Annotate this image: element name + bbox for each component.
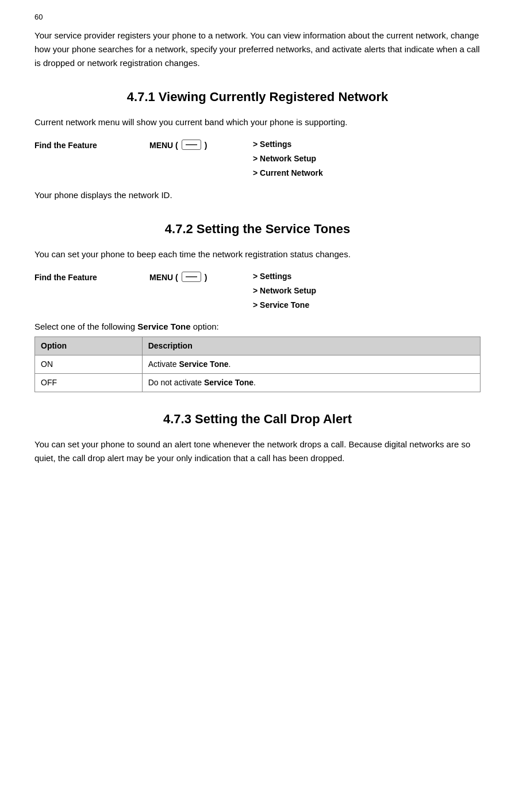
table-cell-on-option: ON <box>35 355 143 374</box>
section-472-feature: Find the Feature MENU ( ) > Settings > N… <box>34 270 481 311</box>
settings-item-471-1: > Network Setup <box>253 153 481 165</box>
off-desc-bold: Service Tone <box>204 378 253 387</box>
section-472-heading: 4.7.2 Setting the Service Tones <box>34 219 481 238</box>
settings-item-472-0: > Settings <box>253 270 481 283</box>
section-473: 4.7.3 Setting the Call Drop Alert You ca… <box>34 409 481 465</box>
service-tone-table: Option Description ON Activate Service T… <box>34 337 481 392</box>
feature-label-471: Find the Feature <box>34 138 149 179</box>
settings-col-472: > Settings > Network Setup > Service Ton… <box>253 270 481 311</box>
menu-icon-472 <box>182 272 201 282</box>
off-desc-before: Do not activate <box>148 378 204 387</box>
settings-item-471-2: > Current Network <box>253 167 481 179</box>
settings-item-472-2: > Service Tone <box>253 299 481 311</box>
section-471: 4.7.1 Viewing Currently Registered Netwo… <box>34 87 481 202</box>
menu-text-after-472: ) <box>205 272 207 284</box>
menu-cell-472: MENU ( ) <box>149 270 253 311</box>
settings-item-472-1: > Network Setup <box>253 285 481 297</box>
section-471-body: Current network menu will show you curre… <box>34 115 481 129</box>
section-472: 4.7.2 Setting the Service Tones You can … <box>34 219 481 393</box>
select-bold: Service Tone <box>137 322 190 331</box>
section-471-feature: Find the Feature MENU ( ) > Settings > N… <box>34 138 481 179</box>
on-desc-after: . <box>229 359 231 369</box>
on-desc-bold: Service Tone <box>179 359 228 369</box>
intro-paragraph: Your service provider registers your pho… <box>34 29 481 70</box>
feature-label-472: Find the Feature <box>34 270 149 311</box>
on-desc-before: Activate <box>148 359 179 369</box>
table-row-off: OFF Do not activate Service Tone. <box>35 374 481 392</box>
section-473-heading: 4.7.3 Setting the Call Drop Alert <box>34 409 481 428</box>
section-472-body: You can set your phone to beep each time… <box>34 248 481 261</box>
table-row-on: ON Activate Service Tone. <box>35 355 481 374</box>
table-header-option: Option <box>35 337 143 355</box>
section-471-heading: 4.7.1 Viewing Currently Registered Netwo… <box>34 87 481 106</box>
select-before: Select one of the following <box>34 322 137 331</box>
menu-icon-471 <box>182 140 201 150</box>
section-473-body: You can set your phone to sound an alert… <box>34 438 481 465</box>
table-cell-off-desc: Do not activate Service Tone. <box>142 374 480 392</box>
settings-item-471-0: > Settings <box>253 138 481 150</box>
settings-col-471: > Settings > Network Setup > Current Net… <box>253 138 481 179</box>
select-text: Select one of the following Service Tone… <box>34 320 481 334</box>
menu-cell-471: MENU ( ) <box>149 138 253 179</box>
table-cell-off-option: OFF <box>35 374 143 392</box>
table-header-description: Description <box>142 337 480 355</box>
menu-text-before-472: MENU ( <box>149 272 178 284</box>
page-number: 60 <box>34 11 481 23</box>
menu-text-after-471: ) <box>205 140 207 152</box>
select-after: option: <box>191 322 219 331</box>
off-desc-after: . <box>253 378 256 387</box>
section-471-after: Your phone displays the network ID. <box>34 188 481 202</box>
menu-text-before-471: MENU ( <box>149 140 178 152</box>
table-cell-on-desc: Activate Service Tone. <box>142 355 480 374</box>
